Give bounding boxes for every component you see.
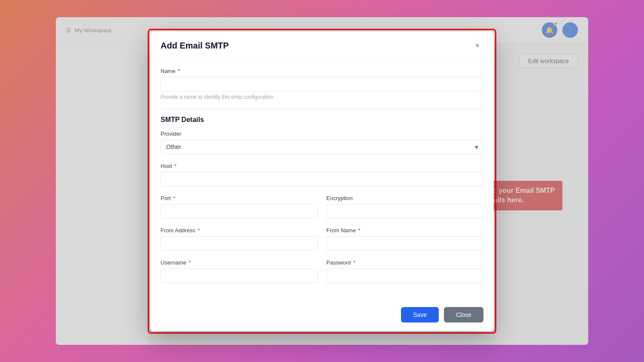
username-input[interactable] xyxy=(161,268,318,283)
add-email-smtp-modal: Add Email SMTP × Name * Provide a name t… xyxy=(150,31,494,331)
password-field-group: Password * xyxy=(326,259,483,283)
modal-overlay: Add Email SMTP × Name * Provide a name t… xyxy=(0,0,644,362)
from-name-label: From Name * xyxy=(326,227,483,234)
host-field-group: Host * xyxy=(161,163,483,186)
from-name-required-star: * xyxy=(358,227,360,234)
name-label: Name * xyxy=(161,68,483,74)
save-button[interactable]: Save xyxy=(401,307,439,322)
host-input[interactable] xyxy=(161,172,483,186)
modal-header: Add Email SMTP × xyxy=(150,31,494,59)
provider-label: Provider xyxy=(161,131,483,137)
from-name-field-group: From Name * xyxy=(326,227,483,251)
smtp-details-section-title: SMTP Details xyxy=(161,116,483,124)
host-label: Host * xyxy=(161,163,483,169)
password-label: Password * xyxy=(326,259,483,266)
provider-select-wrapper: Other Gmail SendGrid Mailgun Amazon SES … xyxy=(161,140,483,154)
provider-select[interactable]: Other Gmail SendGrid Mailgun Amazon SES xyxy=(161,140,483,154)
password-required-star: * xyxy=(353,259,355,266)
from-address-name-row: From Address * From Name * xyxy=(161,227,483,259)
modal-title: Add Email SMTP xyxy=(161,41,229,51)
encryption-input[interactable] xyxy=(326,204,483,219)
provider-field-group: Provider Other Gmail SendGrid Mailgun Am… xyxy=(161,131,483,154)
section-divider xyxy=(161,109,483,109)
password-input[interactable] xyxy=(326,268,483,283)
port-required-star: * xyxy=(173,195,175,201)
port-label: Port * xyxy=(161,195,318,201)
close-button[interactable]: Close xyxy=(444,307,483,322)
encryption-label: Encryption xyxy=(326,195,483,201)
name-input[interactable] xyxy=(161,77,483,91)
modal-body: Name * Provide a name to identify this s… xyxy=(150,59,494,300)
username-password-row: Username * Password * xyxy=(161,259,483,292)
port-encryption-row: Port * Encryption xyxy=(161,195,483,227)
port-field-group: Port * xyxy=(161,195,318,219)
modal-close-button[interactable]: × xyxy=(471,40,483,52)
name-required-star: * xyxy=(178,68,180,74)
encryption-field-group: Encryption xyxy=(326,195,483,219)
host-required-star: * xyxy=(174,163,176,169)
from-address-input[interactable] xyxy=(161,236,318,251)
username-field-label: Username * xyxy=(161,259,318,266)
modal-wrapper: Add Email SMTP × Name * Provide a name t… xyxy=(148,29,496,334)
name-field-group: Name * Provide a name to identify this s… xyxy=(161,68,483,100)
modal-footer: Save Close xyxy=(150,300,494,331)
port-input[interactable] xyxy=(161,204,318,219)
from-address-label: From Address * xyxy=(161,227,318,234)
username-required-star: * xyxy=(189,259,191,266)
name-hint: Provide a name to identify this smtp con… xyxy=(161,94,483,100)
from-address-field-group: From Address * xyxy=(161,227,318,251)
from-address-required-star: * xyxy=(198,227,200,234)
from-name-input[interactable] xyxy=(326,236,483,251)
username-field-group: Username * xyxy=(161,259,318,283)
